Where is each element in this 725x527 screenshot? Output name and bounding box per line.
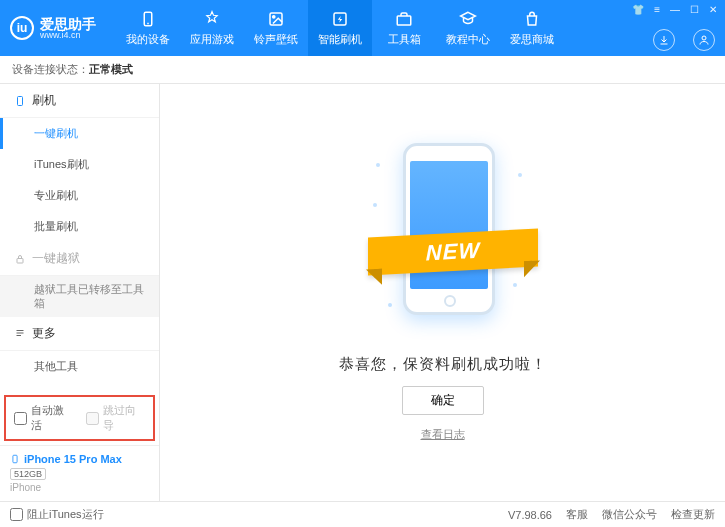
status-bar: 设备连接状态：正常模式 bbox=[0, 56, 725, 84]
sidebar-options-highlighted: 自动激活 跳过向导 bbox=[4, 395, 155, 441]
nav-ringtones[interactable]: 铃声壁纸 bbox=[244, 0, 308, 56]
new-ribbon: NEW bbox=[368, 229, 538, 276]
app-header: iu 爱思助手 www.i4.cn 我的设备 应用游戏 铃声壁纸 智能刷机 工具… bbox=[0, 0, 725, 56]
device-icon bbox=[138, 9, 158, 29]
main-content: NEW 恭喜您，保资料刷机成功啦！ 确定 查看日志 bbox=[160, 84, 725, 501]
sidebar-item-oneclick[interactable]: 一键刷机 bbox=[0, 118, 159, 149]
checkbox-block-itunes[interactable]: 阻止iTunes运行 bbox=[10, 507, 104, 522]
flash-icon bbox=[330, 9, 350, 29]
svg-rect-8 bbox=[17, 258, 23, 263]
window-controls: 👕 ≡ — ☐ ✕ bbox=[632, 4, 717, 15]
svg-rect-12 bbox=[13, 455, 17, 463]
phone-icon bbox=[14, 95, 26, 107]
sidebar-group-jailbreak: 一键越狱 bbox=[0, 242, 159, 276]
sidebar-group-more[interactable]: 更多 bbox=[0, 317, 159, 351]
sidebar-group-flash[interactable]: 刷机 bbox=[0, 84, 159, 118]
main-nav: 我的设备 应用游戏 铃声壁纸 智能刷机 工具箱 教程中心 爱思商城 bbox=[116, 0, 564, 56]
nav-smart-flash[interactable]: 智能刷机 bbox=[308, 0, 372, 56]
brand-name: 爱思助手 bbox=[40, 17, 96, 31]
svg-point-3 bbox=[273, 16, 275, 18]
svg-rect-5 bbox=[397, 16, 411, 25]
success-message: 恭喜您，保资料刷机成功啦！ bbox=[339, 355, 547, 374]
skin-icon[interactable]: 👕 bbox=[632, 4, 644, 15]
download-icon[interactable] bbox=[653, 29, 675, 51]
version-label: V7.98.66 bbox=[508, 509, 552, 521]
brand-url: www.i4.cn bbox=[40, 31, 96, 40]
nav-toolbox[interactable]: 工具箱 bbox=[372, 0, 436, 56]
lock-icon bbox=[14, 253, 26, 265]
phone-icon bbox=[10, 452, 20, 466]
sidebar-jailbreak-note: 越狱工具已转移至工具箱 bbox=[0, 276, 159, 317]
store-icon bbox=[522, 9, 542, 29]
device-capacity: 512GB bbox=[10, 468, 46, 480]
checkbox-auto-activate[interactable]: 自动激活 bbox=[14, 403, 74, 433]
svg-rect-7 bbox=[18, 96, 23, 105]
nav-store[interactable]: 爱思商城 bbox=[500, 0, 564, 56]
footer-link-wechat[interactable]: 微信公众号 bbox=[602, 507, 657, 522]
sidebar-item-itunes[interactable]: iTunes刷机 bbox=[0, 149, 159, 180]
svg-rect-2 bbox=[270, 13, 282, 25]
close-icon[interactable]: ✕ bbox=[709, 4, 717, 15]
nav-tutorials[interactable]: 教程中心 bbox=[436, 0, 500, 56]
header-sub-controls bbox=[653, 29, 715, 51]
logo-block: iu 爱思助手 www.i4.cn bbox=[10, 16, 96, 40]
nav-apps-games[interactable]: 应用游戏 bbox=[180, 0, 244, 56]
view-log-link[interactable]: 查看日志 bbox=[421, 427, 465, 442]
confirm-button[interactable]: 确定 bbox=[402, 386, 484, 415]
logo-icon: iu bbox=[10, 16, 34, 40]
footer-bar: 阻止iTunes运行 V7.98.66 客服 微信公众号 检查更新 bbox=[0, 501, 725, 527]
minimize-icon[interactable]: — bbox=[670, 4, 680, 15]
sidebar-item-firmware[interactable]: 下载固件 bbox=[0, 382, 159, 391]
sidebar-item-other[interactable]: 其他工具 bbox=[0, 351, 159, 382]
menu-icon[interactable]: ≡ bbox=[654, 4, 660, 15]
svg-point-6 bbox=[702, 36, 706, 40]
apps-icon bbox=[202, 9, 222, 29]
maximize-icon[interactable]: ☐ bbox=[690, 4, 699, 15]
nav-my-device[interactable]: 我的设备 bbox=[116, 0, 180, 56]
list-icon bbox=[14, 327, 26, 339]
wallpaper-icon bbox=[266, 9, 286, 29]
sidebar-item-pro[interactable]: 专业刷机 bbox=[0, 180, 159, 211]
sidebar-item-batch[interactable]: 批量刷机 bbox=[0, 211, 159, 242]
device-type: iPhone bbox=[10, 482, 149, 493]
toolbox-icon bbox=[394, 9, 414, 29]
checkbox-skip-guide[interactable]: 跳过向导 bbox=[86, 403, 146, 433]
footer-link-support[interactable]: 客服 bbox=[566, 507, 588, 522]
tutorial-icon bbox=[458, 9, 478, 29]
footer-link-update[interactable]: 检查更新 bbox=[671, 507, 715, 522]
device-info: iPhone 15 Pro Max 512GB iPhone bbox=[0, 445, 159, 501]
user-icon[interactable] bbox=[693, 29, 715, 51]
success-illustration: NEW bbox=[368, 143, 518, 343]
device-name[interactable]: iPhone 15 Pro Max bbox=[10, 452, 149, 466]
connection-status: 正常模式 bbox=[89, 62, 133, 77]
sidebar: 刷机 一键刷机 iTunes刷机 专业刷机 批量刷机 一键越狱 越狱工具已转移至… bbox=[0, 84, 160, 501]
